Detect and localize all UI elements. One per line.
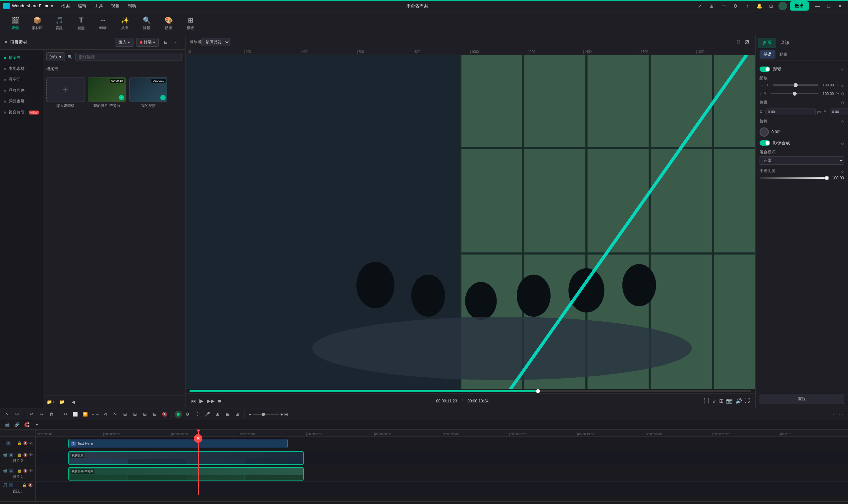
mark-out-icon[interactable]: } [708,398,710,404]
audio-mute-icon[interactable]: 🔇 [28,483,33,487]
minimize-button[interactable]: — [813,1,822,11]
rotation-wheel[interactable] [760,127,769,137]
settings-timeline-btn[interactable]: ⚙ [183,410,192,419]
track3-mute-icon[interactable]: 🔇 [23,441,28,446]
close-button[interactable]: ✕ [835,1,845,11]
redo-btn[interactable]: ↪ [37,410,46,419]
menu-edit[interactable]: 編輯 [74,2,90,10]
snapshot-icon[interactable]: 📷 [726,398,733,404]
position-y-input[interactable] [830,109,848,115]
composite-keyframe-icon[interactable]: ◇ [841,141,844,145]
toolbar-media[interactable]: 🎬 媒體 [5,14,25,32]
scale-x-keyframe[interactable]: ◇ [841,83,844,87]
menu-file[interactable]: 檔案 [58,2,73,10]
fullscreen-icon[interactable]: ⛶ [745,398,750,404]
toolbar-filter[interactable]: 🔍 濾鏡 [137,14,157,32]
next-frame-btn[interactable]: ⊳ [111,410,119,419]
media-item-video1[interactable]: 00:00:19 ✓ 我的影片-帶旁白 [88,77,126,108]
sidebar-item-local[interactable]: 本地素材 [0,63,43,74]
transform-toggle[interactable] [760,67,770,72]
volume-icon[interactable]: 🔊 [735,398,742,404]
add-media-thumb[interactable]: + [46,77,85,102]
undo-btn[interactable]: ↩ [27,410,35,419]
blend-mode-select[interactable]: 正常 [760,156,844,165]
subtitle-btn[interactable]: ⊞ [213,410,222,419]
rewind-button[interactable]: ⏮ [191,398,196,404]
toolbar-title[interactable]: T 標題 [71,14,91,33]
sidebar-item-folder[interactable]: 檔案夾 [0,52,43,63]
ai-tool-btn[interactable]: ✦ [33,420,41,429]
opacity-slider[interactable] [760,177,829,179]
sidebar-item-brand[interactable]: 品牌套件 [0,85,43,96]
menu-tools[interactable]: 工具 [91,2,106,10]
timeline-scrollbar[interactable] [0,501,848,504]
tab-audio[interactable]: 音訊 [776,38,794,48]
notification-icon[interactable]: 🔔 [755,1,764,11]
paste-btn[interactable]: ⊞ [140,410,149,419]
screen-icon[interactable]: ▭ [719,1,728,11]
rotation-keyframe-icon[interactable]: ◇ [841,119,844,124]
add-media-item[interactable]: + 導入媒體檔 [46,77,85,108]
subtab-basic[interactable]: 基礎 [760,50,776,58]
prev-frame-btn[interactable]: ⊲ [101,410,109,419]
collapse-left-btn[interactable]: ◀ [69,397,77,406]
zoom-out-btn[interactable]: − [248,412,251,417]
mark-in-icon[interactable]: { [703,398,705,404]
stop-button[interactable]: ■ [218,398,221,404]
copy-btn[interactable]: ⊞ [131,410,139,419]
screen-cap-btn[interactable]: 🖥 [223,410,231,419]
tab-multi[interactable]: 多選 [758,38,776,48]
toolbar-template[interactable]: ⊞ 模板 [180,14,201,32]
quality-select[interactable]: 最高品質 [202,38,230,46]
track1-vis-icon[interactable]: 👁 [29,469,33,472]
split-btn[interactable]: ⊞ [121,410,129,419]
timeline-settings-btn[interactable]: ⋮⋮ [827,410,835,419]
speed-btn[interactable]: 🔽 [81,410,89,419]
playhead-ruler[interactable] [198,430,199,436]
track3-lock-icon[interactable]: 🔒 [17,441,22,446]
zoom-fit-btn[interactable]: ⊞ [284,412,288,417]
import-button[interactable]: 匯入 ▾ [115,38,134,47]
track2-mute-icon[interactable]: 🔇 [23,453,28,457]
scale-y-slider[interactable] [771,93,818,94]
devices-icon[interactable]: ⊞ [707,1,716,11]
insert-icon[interactable]: ↙ [712,398,716,404]
video-clip-2[interactable]: 我的視頻 [68,451,304,465]
razor-tool[interactable]: ✂ [13,410,21,419]
cut-btn[interactable]: ✂ [61,410,70,419]
maximize-button[interactable]: □ [824,1,833,11]
toolbar-transition[interactable]: ↔ 轉場 [93,15,113,32]
compare-icon[interactable]: 🖼 [743,38,751,46]
reset-button[interactable]: 重設 [760,394,844,404]
composite-toggle[interactable] [760,140,770,146]
toolbar-effects[interactable]: ✨ 效果 [115,14,135,32]
zoom-slider[interactable] [253,414,279,415]
new-folder-btn[interactable]: 📁+ [46,397,55,406]
export-button[interactable]: 匯出 [790,1,809,11]
delete-btn[interactable]: 🗑 [47,410,55,419]
settings-icon[interactable]: ⚙ [731,1,740,11]
lock-btn[interactable]: ⊞ [150,410,159,419]
mute-btn[interactable]: 🔇 [160,410,169,419]
magnet-snap-btn[interactable]: 🧲 [22,420,31,429]
user-avatar[interactable] [778,2,787,10]
shield-btn[interactable]: 🛡 [193,410,202,419]
folder-btn[interactable]: 📁 [58,397,66,406]
menu-view[interactable]: 視圖 [108,2,123,10]
share-icon[interactable]: ↗ [695,1,704,11]
timeline-more-btn[interactable]: ··· [837,410,845,419]
track3-vis-icon[interactable]: 👁 [29,442,33,446]
video-clip-1[interactable]: 我的影片-帶旁白 [68,467,304,481]
more-btn[interactable]: ··· [173,38,181,47]
play-button[interactable]: ▶ [200,398,203,404]
sidebar-item-cloud[interactable]: 雲空間 [0,74,43,85]
mic-btn[interactable]: 🎤 [203,410,212,419]
toolbar-sticker[interactable]: 🎨 貼圖 [159,14,178,32]
position-x-input[interactable] [765,109,816,115]
toolbar-library[interactable]: 📦 素材庫 [27,14,47,32]
preset-button[interactable]: 預設 ▾ [46,52,65,61]
track2-vis-icon[interactable]: 👁 [29,453,33,457]
track2-lock-icon[interactable]: 🔒 [17,453,22,457]
progress-bar[interactable] [189,390,751,392]
menu-help[interactable]: 制助 [124,2,139,10]
